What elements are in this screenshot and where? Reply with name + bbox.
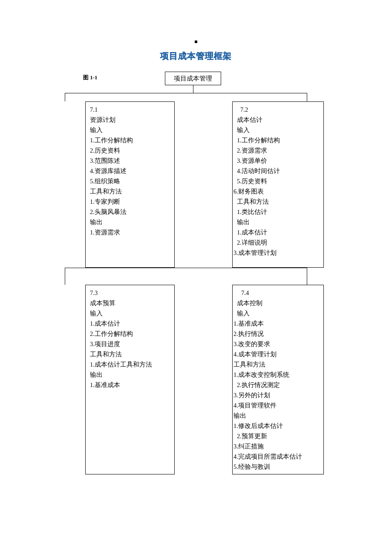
output-item: 3.纠正措施 xyxy=(237,441,319,451)
input-item: 1.基准成本 xyxy=(237,318,319,329)
output-item: 2.预算更新 xyxy=(237,431,319,441)
input-item: 3.范围陈述 xyxy=(90,156,170,166)
input-item: 2.资源需求 xyxy=(237,145,319,156)
box-number: 7.4 xyxy=(237,288,319,298)
figure-label: 图 1-1 xyxy=(83,74,98,81)
root-box: 项目成本管理 xyxy=(165,72,221,85)
dot-marker xyxy=(195,40,197,43)
tool-item: 2.执行情况测定 xyxy=(237,380,319,390)
section-input: 输入 xyxy=(237,308,319,318)
input-item: 6.财务图表 xyxy=(237,186,319,197)
connector-line xyxy=(307,268,307,285)
connector-line xyxy=(65,93,65,101)
input-item: 2.执行情况 xyxy=(237,329,319,339)
section-input: 输入 xyxy=(90,308,170,318)
tool-item: 1.类比估计 xyxy=(237,207,319,217)
tool-item: 1.专家判断 xyxy=(90,197,170,207)
section-input: 输入 xyxy=(90,125,170,135)
input-item: 3.改变的要求 xyxy=(237,339,319,349)
section-tools: 工具和方法 xyxy=(237,197,319,207)
section-output: 输出 xyxy=(237,217,319,227)
connector-line xyxy=(65,268,65,285)
root-label: 项目成本管理 xyxy=(174,75,212,83)
input-item: 5.历史资料 xyxy=(237,176,319,186)
box-title: 资源计划 xyxy=(90,115,170,125)
section-output: 输出 xyxy=(90,370,170,380)
input-item: 1.工作分解结构 xyxy=(90,135,170,145)
connector-line xyxy=(193,85,193,93)
output-item: 3.成本管理计划 xyxy=(237,248,319,258)
output-item: 1.基准成本 xyxy=(90,380,170,390)
input-item: 3.项目进度 xyxy=(90,339,170,349)
input-item: 4.成本管理计划 xyxy=(237,349,319,359)
input-item: 4.活动时间估计 xyxy=(237,166,319,176)
box-number: 7.1 xyxy=(90,104,170,115)
box-7-4: 7.4 成本控制 输入 1.基准成本 2.执行情况 3.改变的要求 4.成本管理… xyxy=(232,285,324,474)
input-item: 3.资源单价 xyxy=(237,156,319,166)
box-7-2: 7.2 成本估计 输入 1.工作分解结构 2.资源需求 3.资源单价 4.活动时… xyxy=(232,101,324,268)
section-output: 输出 xyxy=(90,217,170,227)
tool-item: 4.项目管理软件 xyxy=(237,400,319,410)
section-output: 输出 xyxy=(237,410,319,421)
section-input: 输入 xyxy=(237,125,319,135)
tool-item: 1.成本估计工具和方法 xyxy=(90,359,170,370)
section-tools: 工具和方法 xyxy=(90,186,170,197)
tool-item: 2.头脑风暴法 xyxy=(90,207,170,217)
output-item: 5.经验与教训 xyxy=(237,462,319,472)
box-title: 成本控制 xyxy=(237,298,319,308)
section-tools: 工具和方法 xyxy=(237,359,319,370)
output-item: 2.详细说明 xyxy=(237,237,319,248)
input-item: 4.资源库描述 xyxy=(90,166,170,176)
input-item: 5.组织策略 xyxy=(90,176,170,186)
box-7-1: 7.1 资源计划 输入 1.工作分解结构 2.历史资料 3.范围陈述 4.资源库… xyxy=(85,101,175,268)
output-item: 1.修改后成本估计 xyxy=(237,421,319,431)
box-title: 成本预算 xyxy=(90,298,170,308)
tool-item: 1.成本改变控制系统 xyxy=(237,370,319,380)
output-item: 1.成本估计 xyxy=(237,227,319,237)
connector-line xyxy=(65,268,307,268)
box-title: 成本估计 xyxy=(237,115,319,125)
section-tools: 工具和方法 xyxy=(90,349,170,359)
input-item: 2.工作分解结构 xyxy=(90,329,170,339)
output-item: 4.完成项目所需成本估计 xyxy=(237,451,319,462)
tool-item: 3.另外的计划 xyxy=(237,390,319,400)
box-number: 7.2 xyxy=(237,104,319,115)
box-number: 7.3 xyxy=(90,288,170,298)
diagram-title: 项目成本管理框架 xyxy=(160,50,232,62)
connector-line xyxy=(65,93,307,93)
connector-line xyxy=(307,93,307,101)
input-item: 1.工作分解结构 xyxy=(237,135,319,145)
input-item: 2.历史资料 xyxy=(90,145,170,156)
input-item: 1.成本估计 xyxy=(90,318,170,329)
output-item: 1.资源需求 xyxy=(90,227,170,237)
box-7-3: 7.3 成本预算 输入 1.成本估计 2.工作分解结构 3.项目进度 工具和方法… xyxy=(85,285,175,474)
